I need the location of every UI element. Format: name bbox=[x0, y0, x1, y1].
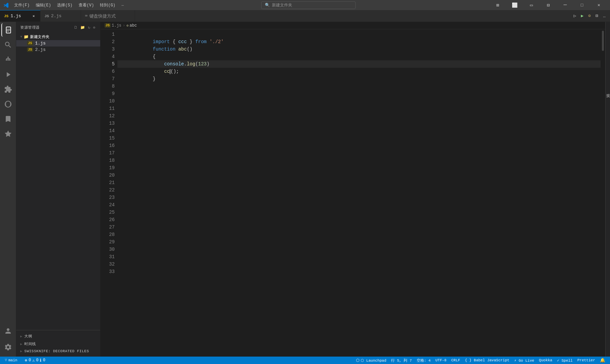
status-launchpad[interactable]: ⬡ ⬡ Launchpad bbox=[354, 358, 388, 363]
code-line-8[interactable] bbox=[117, 83, 601, 90]
code-line-9[interactable] bbox=[117, 90, 601, 97]
line-num-31: 31 bbox=[106, 253, 115, 261]
menu-select[interactable]: 选择(S) bbox=[54, 2, 75, 9]
line-num-21: 21 bbox=[106, 179, 115, 186]
menu-more[interactable]: … bbox=[119, 2, 127, 9]
status-golive[interactable]: ⚡ Go Live bbox=[512, 358, 536, 363]
collapse-all-btn[interactable]: ⊖ bbox=[92, 25, 96, 30]
split-editor-btn[interactable]: ⊟ bbox=[594, 12, 599, 20]
code-line-14[interactable] bbox=[117, 127, 601, 134]
activity-settings[interactable] bbox=[1, 340, 15, 354]
code-line-24[interactable] bbox=[117, 201, 601, 209]
info-count: 0 bbox=[43, 358, 45, 363]
code-line-11[interactable] bbox=[117, 105, 601, 112]
activity-bookmarks[interactable] bbox=[1, 112, 15, 126]
file-item-2js[interactable]: JS 2.js bbox=[16, 47, 100, 53]
tab-keyboard[interactable]: ⌨ 键盘快捷方式 bbox=[81, 10, 135, 22]
code-line-28[interactable] bbox=[117, 231, 601, 238]
activity-explorer[interactable] bbox=[1, 23, 15, 37]
sidebar-right-toggle-btn[interactable]: ▭ bbox=[524, 0, 539, 10]
code-line-10[interactable] bbox=[117, 97, 601, 105]
editor-content[interactable]: 1 2 3 4 5 6 7 8 9 10 11 12 13 14 15 16 1 bbox=[101, 29, 605, 357]
code-line-21[interactable] bbox=[117, 179, 601, 186]
code-line-17[interactable] bbox=[117, 149, 601, 157]
code-area[interactable]: import { ccc } from './2' function abc()… bbox=[117, 29, 601, 357]
code-line-19[interactable] bbox=[117, 164, 601, 172]
activity-debug[interactable] bbox=[1, 68, 15, 81]
file-item-1js[interactable]: JS 1.js bbox=[16, 40, 100, 47]
sidebar-section-swissknife[interactable]: ▶ SWISSKNIFE: DECORATED FILES bbox=[20, 348, 96, 355]
scrollbar-thumb[interactable] bbox=[602, 31, 604, 51]
activity-search[interactable] bbox=[1, 38, 15, 52]
status-line-ending[interactable]: CRLF bbox=[449, 358, 462, 362]
status-encoding[interactable]: UTF-8 bbox=[433, 358, 448, 362]
launchpad-label: ⬡ Launchpad bbox=[361, 358, 386, 363]
activity-remote[interactable] bbox=[1, 97, 15, 111]
tab-1js[interactable]: JS 1.js ✕ bbox=[0, 10, 40, 22]
more-actions-btn[interactable]: … bbox=[602, 12, 607, 20]
error-icon: ⊗ bbox=[25, 358, 27, 363]
status-quokka[interactable]: Quokka bbox=[537, 358, 554, 362]
maximize-button[interactable]: □ bbox=[574, 0, 590, 10]
code-line-4[interactable]: console.log(123) bbox=[117, 53, 601, 60]
vertical-scrollbar[interactable] bbox=[601, 29, 605, 357]
code-line-31[interactable] bbox=[117, 253, 601, 261]
feedback-label[interactable]: 反馈 bbox=[605, 89, 610, 92]
code-line-25[interactable] bbox=[117, 209, 601, 216]
code-line-15[interactable] bbox=[117, 134, 601, 142]
sidebar-section-outline[interactable]: ▶ 大纲 bbox=[20, 332, 96, 340]
line-num-33: 33 bbox=[106, 268, 115, 275]
tab-2js[interactable]: JS 2.js bbox=[40, 10, 81, 22]
activity-accounts[interactable] bbox=[1, 324, 15, 338]
status-spaces[interactable]: 空格: 4 bbox=[415, 358, 433, 363]
folder-item-new[interactable]: ▼ 📁 新建文件夹 bbox=[16, 34, 100, 40]
code-line-23[interactable] bbox=[117, 194, 601, 201]
new-folder-btn[interactable]: 📁 bbox=[80, 25, 86, 30]
menu-view[interactable]: 查看(V) bbox=[76, 2, 97, 9]
code-line-20[interactable] bbox=[117, 172, 601, 179]
code-line-29[interactable] bbox=[117, 238, 601, 246]
activity-git[interactable] bbox=[1, 53, 15, 66]
menu-goto[interactable]: 转到(G) bbox=[97, 2, 118, 9]
minimize-button[interactable]: ─ bbox=[557, 0, 573, 10]
run-btn[interactable]: ▷ bbox=[573, 12, 577, 20]
status-notifications[interactable]: 🔔 bbox=[598, 358, 607, 363]
breadcrumb-symbol[interactable]: ⊙ abc bbox=[127, 23, 137, 28]
editor[interactable]: JS 1.js › ⊙ abc 1 2 3 4 5 6 7 bbox=[101, 22, 605, 357]
code-line-33[interactable] bbox=[117, 268, 601, 275]
breadcrumb-file[interactable]: JS 1.js bbox=[105, 23, 121, 28]
activity-extensions[interactable] bbox=[1, 83, 15, 96]
status-git[interactable]: ⑂ main bbox=[3, 357, 19, 364]
code-line-13[interactable] bbox=[117, 120, 601, 127]
layout-options-btn[interactable]: ⊟ bbox=[540, 0, 556, 10]
tab-close-1js[interactable]: ✕ bbox=[31, 13, 36, 19]
code-line-22[interactable] bbox=[117, 186, 601, 194]
code-line-12[interactable] bbox=[117, 112, 601, 120]
status-prettier[interactable]: Prettier bbox=[575, 358, 597, 362]
new-file-btn[interactable]: 🗋 bbox=[73, 25, 79, 30]
code-line-26[interactable] bbox=[117, 216, 601, 223]
status-language[interactable]: { } Babel JavaScript bbox=[463, 358, 511, 362]
menu-file[interactable]: 文件(F) bbox=[11, 2, 32, 9]
sidebar-section-timeline[interactable]: ▶ 时间线 bbox=[20, 340, 96, 348]
code-line-1[interactable]: import { ccc } from './2' bbox=[117, 31, 601, 38]
status-spell[interactable]: ✓ Spell bbox=[555, 358, 575, 363]
layout-toggle-btn[interactable]: ⊞ bbox=[490, 0, 505, 10]
panel-toggle-btn[interactable]: ⬜ bbox=[507, 0, 522, 10]
code-line-7[interactable] bbox=[117, 75, 601, 83]
activity-deploy[interactable] bbox=[1, 127, 15, 141]
status-position[interactable]: 行 5, 列 7 bbox=[389, 358, 414, 363]
code-line-6[interactable]: } bbox=[117, 68, 601, 75]
status-errors[interactable]: ⊗ 0 ⚠ 0 ℹ 0 bbox=[23, 357, 47, 364]
code-line-32[interactable] bbox=[117, 261, 601, 268]
code-line-16[interactable] bbox=[117, 142, 601, 149]
close-button[interactable]: ✕ bbox=[591, 0, 607, 10]
code-line-30[interactable] bbox=[117, 246, 601, 253]
settings-sync-btn[interactable]: ⊙ bbox=[587, 12, 592, 20]
refresh-btn[interactable]: ↻ bbox=[87, 25, 91, 30]
line-num-32: 32 bbox=[106, 261, 115, 268]
debug-run-btn[interactable]: ▶ bbox=[580, 12, 585, 20]
menu-edit[interactable]: 编辑(E) bbox=[33, 2, 54, 9]
code-line-27[interactable] bbox=[117, 223, 601, 231]
code-line-18[interactable] bbox=[117, 157, 601, 164]
